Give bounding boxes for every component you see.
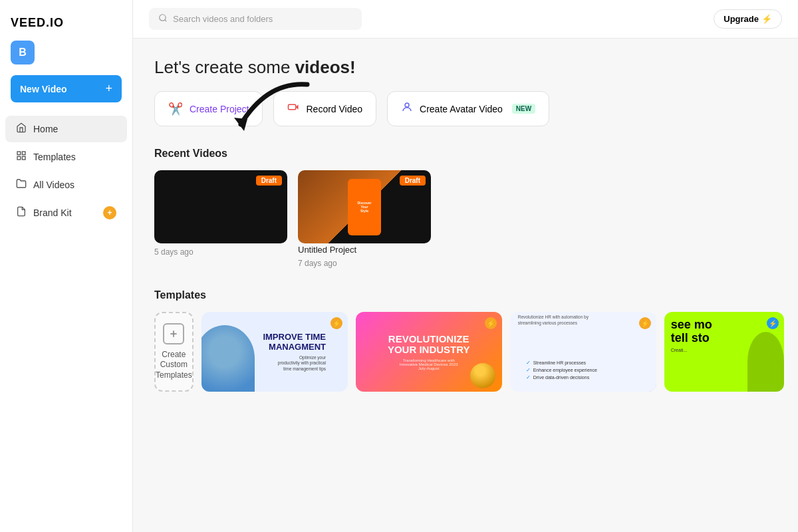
template-improve-time[interactable]: IMPROVE TIMEMANAGMENT Optimize yourprodu…: [201, 312, 348, 392]
bolt-icon: ⚡: [761, 14, 772, 24]
action-cards: ✂️ Create Project Record Video Create Av…: [154, 91, 777, 126]
sidebar-item-brand-kit[interactable]: Brand Kit +: [5, 200, 127, 226]
templates-icon: [16, 150, 27, 164]
sidebar-item-templates-label: Templates: [33, 152, 76, 162]
avatar-icon: [401, 101, 413, 116]
video-time-2: 7 days ago: [298, 259, 431, 268]
sidebar-item-templates[interactable]: Templates: [5, 144, 127, 170]
create-custom-templates-card[interactable]: Create Custom Templates: [154, 312, 194, 392]
record-video-label: Record Video: [306, 104, 362, 114]
brand-kit-badge: +: [103, 206, 116, 219]
svg-rect-6: [289, 104, 296, 110]
template-revolutionize[interactable]: REVOLUTIONIZEYOUR INDUSTRY Transforming …: [356, 312, 502, 392]
sidebar-item-home[interactable]: Home: [5, 116, 127, 142]
templates-title: Templates: [154, 289, 777, 301]
folder-icon: [16, 178, 27, 192]
template-hr-automation[interactable]: Revolutionize HRwith Automation Revoluti…: [510, 312, 656, 392]
logo: VEED.IO: [0, 11, 132, 41]
video-thumb-1: Draft: [154, 170, 287, 243]
scissors-icon: ✂️: [168, 102, 183, 116]
content-area: Let's create some videos! ✂️ Create Proj…: [133, 39, 798, 532]
plus-icon: +: [105, 82, 112, 96]
svg-rect-0: [17, 152, 21, 155]
create-project-label: Create Project: [190, 104, 249, 114]
svg-point-8: [405, 103, 409, 107]
sidebar-item-all-videos[interactable]: All Videos: [5, 172, 127, 198]
video-card-1[interactable]: Draft 5 days ago: [154, 170, 287, 268]
search-icon: [158, 13, 168, 25]
record-icon: [287, 101, 299, 116]
revolutionize-subtitle: Transforming Healthcare withInnovative M…: [400, 358, 458, 370]
hr-title: Revolutionize HRwith Automation: [518, 312, 648, 313]
draft-badge-2: Draft: [400, 176, 426, 186]
create-custom-label: Create Custom Templates: [156, 350, 192, 381]
template-plus-icon: [163, 323, 184, 344]
record-video-card[interactable]: Record Video: [273, 91, 376, 126]
improve-subtitle: Optimize yourproductivity with practical…: [263, 355, 326, 372]
create-project-card[interactable]: ✂️ Create Project: [154, 91, 263, 126]
create-avatar-label: Create Avatar Video: [420, 104, 503, 114]
svg-rect-2: [17, 156, 21, 160]
new-badge: NEW: [512, 104, 535, 114]
video-thumb-2: DiscoverYourStyle Draft: [298, 170, 431, 243]
hero-title: Let's create some videos!: [154, 57, 777, 78]
sidebar-item-brand-kit-label: Brand Kit: [33, 207, 72, 218]
avatar[interactable]: B: [11, 41, 35, 65]
upgrade-label: Upgrade: [724, 14, 759, 24]
svg-rect-3: [22, 156, 25, 160]
hero-title-start: Let's create some: [154, 57, 295, 77]
recent-videos-row: Draft 5 days ago DiscoverYourStyle Draft…: [154, 170, 777, 268]
video-name-2: Untitled Project: [298, 245, 431, 255]
draft-badge-1: Draft: [256, 176, 282, 186]
green-subtitle: Creati...: [671, 348, 777, 352]
svg-rect-1: [22, 152, 25, 155]
green-title: see motell sto: [671, 319, 777, 345]
hr-desc: Revolutionize HR with automation bystrea…: [518, 315, 648, 326]
sidebar-item-home-label: Home: [33, 124, 58, 134]
pro-badge-improve: ⚡: [331, 317, 342, 329]
recent-videos-title: Recent Videos: [154, 148, 777, 160]
sidebar-item-all-videos-label: All Videos: [33, 180, 74, 190]
main-content: Search videos and folders Upgrade ⚡ Let'…: [133, 0, 798, 532]
improve-title: IMPROVE TIMEMANAGMENT: [263, 332, 326, 352]
phone-mockup: DiscoverYourStyle: [348, 179, 381, 235]
create-avatar-card[interactable]: Create Avatar Video NEW: [387, 91, 549, 126]
pro-badge-rev: ⚡: [485, 317, 497, 329]
revolutionize-title: REVOLUTIONIZEYOUR INDUSTRY: [388, 334, 470, 356]
video-card-2[interactable]: DiscoverYourStyle Draft Untitled Project…: [298, 170, 431, 268]
new-video-label: New Video: [20, 84, 67, 94]
svg-point-4: [160, 15, 166, 21]
topbar: Search videos and folders Upgrade ⚡: [133, 0, 798, 39]
svg-line-5: [165, 20, 167, 22]
home-icon: [16, 122, 27, 136]
templates-row: Create Custom Templates IMPROVE TIMEMANA…: [154, 312, 777, 392]
search-bar[interactable]: Search videos and folders: [149, 8, 362, 30]
video-time-1: 5 days ago: [154, 247, 287, 257]
sidebar: VEED.IO B New Video + Home Templates All…: [0, 0, 133, 532]
bullet-2: Enhance employee experience: [526, 367, 656, 373]
template-green[interactable]: see motell sto Creati... ⚡: [664, 312, 784, 392]
bullet-1: Streamline HR processes: [526, 360, 656, 366]
search-placeholder: Search videos and folders: [173, 14, 273, 24]
brand-icon: [16, 206, 27, 219]
bullet-3: Drive data-driven decisions: [526, 374, 656, 380]
hero-title-bold: videos!: [295, 57, 356, 77]
upgrade-button[interactable]: Upgrade ⚡: [714, 9, 782, 29]
new-video-button[interactable]: New Video +: [11, 75, 122, 102]
